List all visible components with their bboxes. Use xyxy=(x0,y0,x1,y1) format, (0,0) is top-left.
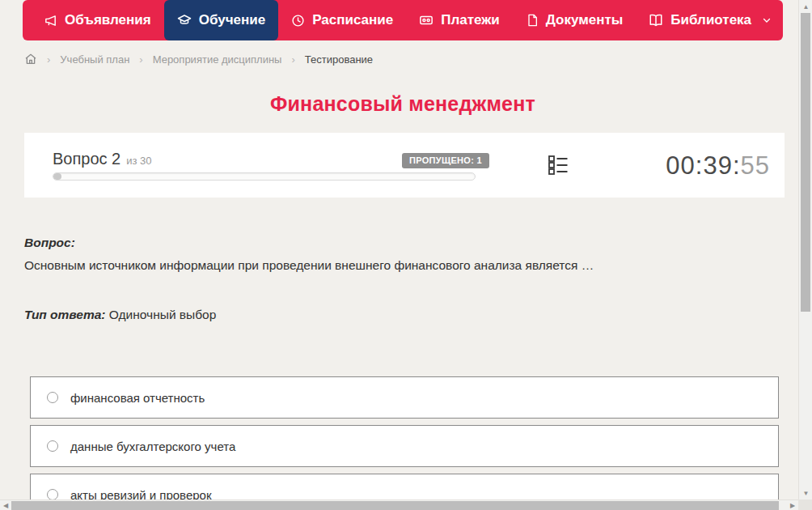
nav-tab-label: Платежи xyxy=(441,12,500,28)
breadcrumb-item-testing: Тестирование xyxy=(305,53,373,66)
vertical-scrollbar-thumb[interactable] xyxy=(801,13,810,312)
answer-type-label: Тип ответа: xyxy=(24,308,106,321)
payments-icon xyxy=(419,13,433,28)
question-list-button[interactable] xyxy=(544,154,572,178)
horizontal-scrollbar-thumb[interactable] xyxy=(11,501,779,510)
question-counter: Вопрос 2 из 30 xyxy=(53,150,152,168)
timer: 00:39:55 xyxy=(666,151,770,181)
nav-tab-label: Расписание xyxy=(312,12,393,28)
question-number: Вопрос 2 xyxy=(53,150,121,168)
question-section: Вопрос: Основным источником информации п… xyxy=(24,236,768,322)
nav-tab-label: Документы xyxy=(546,12,624,28)
scroll-right-arrow-icon[interactable]: ▶ xyxy=(787,500,798,510)
scroll-left-arrow-icon[interactable]: ◀ xyxy=(0,500,11,510)
megaphone-icon xyxy=(44,14,57,28)
page-title: Финансовый менеджмент xyxy=(23,92,783,116)
list-icon xyxy=(547,153,569,179)
nav-tab-learning[interactable]: Обучение xyxy=(164,0,278,40)
answer-options: финансовая отчетность данные бухгалтерск… xyxy=(30,376,779,510)
question-heading: Вопрос: xyxy=(24,236,768,250)
radio-icon[interactable] xyxy=(47,392,58,403)
breadcrumb-item-discipline-event[interactable]: Мероприятие дисциплины xyxy=(153,53,282,66)
skipped-badge: ПРОПУЩЕНО: 1 xyxy=(402,153,489,168)
radio-icon[interactable] xyxy=(47,440,58,452)
answer-option[interactable]: финансовая отчетность xyxy=(30,376,779,419)
nav-tab-documents[interactable]: Документы xyxy=(513,0,636,40)
nav-tab-library[interactable]: Библиотека xyxy=(636,0,785,40)
nav-tab-label: Обучение xyxy=(199,12,265,28)
chevron-right-icon: › xyxy=(139,53,142,66)
timer-hours-minutes: 00:39: xyxy=(666,151,740,180)
scroll-up-arrow-icon[interactable]: ▲ xyxy=(799,0,812,13)
answer-option[interactable]: данные бухгалтерского учета xyxy=(30,425,779,467)
nav-tab-announcements[interactable]: Объявления xyxy=(31,0,164,40)
home-icon[interactable] xyxy=(24,53,37,66)
progress-bar xyxy=(53,172,476,181)
scroll-down-arrow-icon[interactable]: ▼ xyxy=(799,487,812,499)
question-header-panel: Вопрос 2 из 30 ПРОПУЩЕНО: 1 00:39:55 xyxy=(24,133,785,198)
graduation-cap-icon xyxy=(177,13,192,28)
breadcrumb: › Учебный план › Мероприятие дисциплины … xyxy=(24,50,373,68)
clock-icon xyxy=(291,14,305,28)
answer-option-label: финансовая отчетность xyxy=(70,391,205,405)
breadcrumb-item-study-plan[interactable]: Учебный план xyxy=(60,53,129,66)
answer-option-label: данные бухгалтерского учета xyxy=(70,440,235,453)
nav-tab-schedule[interactable]: Расписание xyxy=(278,0,406,40)
chevron-right-icon: › xyxy=(47,53,50,66)
vertical-scrollbar[interactable]: ▲ ▼ xyxy=(798,0,812,499)
scrollbar-corner xyxy=(798,499,812,510)
nav-tab-label: Объявления xyxy=(65,12,151,28)
question-total: из 30 xyxy=(126,155,151,167)
answer-type-value: Одиночный выбор xyxy=(109,308,217,321)
document-icon xyxy=(526,14,539,27)
progress-fill xyxy=(53,173,61,180)
radio-icon[interactable] xyxy=(47,489,58,500)
timer-seconds: 55 xyxy=(741,151,770,180)
nav-tab-label: Библиотека xyxy=(670,12,751,28)
nav-tab-payments[interactable]: Платежи xyxy=(406,0,513,40)
horizontal-scrollbar[interactable]: ◀ ▶ xyxy=(0,499,798,510)
question-text: Основным источником информации при прове… xyxy=(24,257,768,274)
chevron-down-icon xyxy=(762,15,772,25)
chevron-right-icon: › xyxy=(291,53,294,66)
answer-type-line: Тип ответа: Одиночный выбор xyxy=(24,308,768,322)
top-navigation: Объявления Обучение Расписание Платежи Д… xyxy=(23,0,783,40)
book-icon xyxy=(649,13,663,28)
